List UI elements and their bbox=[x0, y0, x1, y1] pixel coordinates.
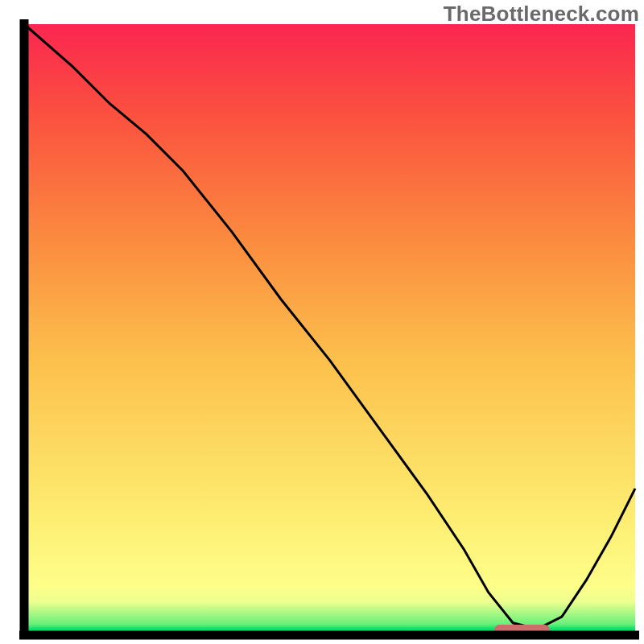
chart-frame: TheBottleneck.com bbox=[0, 0, 644, 644]
bottleneck-curve bbox=[24, 24, 635, 629]
watermark-text: TheBottleneck.com bbox=[444, 2, 639, 27]
curve-layer bbox=[24, 24, 635, 635]
optimal-range-marker bbox=[494, 625, 549, 635]
